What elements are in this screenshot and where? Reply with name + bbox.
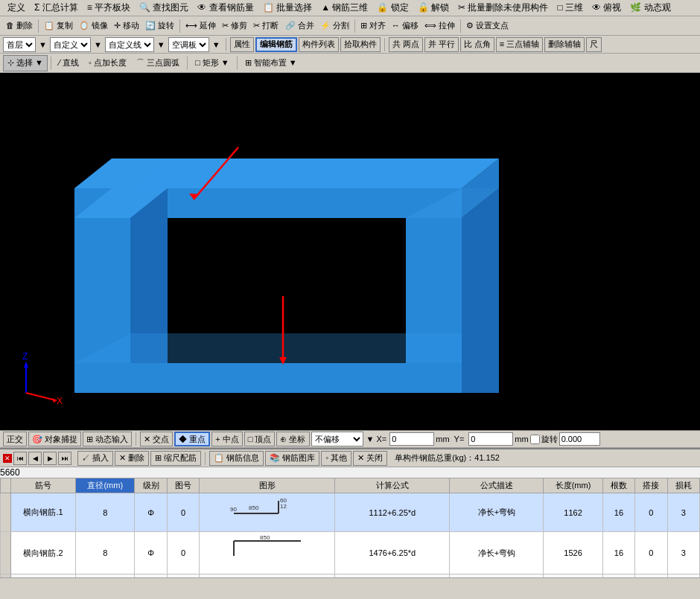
rotate-checkbox[interactable] [530,435,540,444]
tool-copy[interactable]: 📋 复制 [42,19,75,32]
menu-batch-delete[interactable]: ✂ 批量删除未使用构件 [454,0,553,16]
close-btn[interactable]: ✕ 关闭 [353,451,387,466]
point-length-tool[interactable]: ◦ 点加长度 [84,55,131,71]
sep-layer2 [384,38,385,51]
sep3 [354,19,355,33]
col-formula[interactable]: 计算公式 [335,478,450,493]
pickup-member-btn[interactable]: 拾取构件 [340,37,381,52]
delete-row-btn[interactable]: ✕ 删除 [115,451,149,466]
three-arc-tool[interactable]: ⌒ 三点圆弧 [132,55,184,71]
col-count[interactable]: 根数 [602,478,634,493]
menu-calculate[interactable]: Σ 汇总计算 [30,0,83,16]
menu-flat-panel[interactable]: ≡ 平齐板块 [83,0,135,16]
other-btn[interactable]: ◦ 其他 [321,451,351,466]
tool-offset[interactable]: ↔ 偏移 [389,19,421,32]
tool-move[interactable]: ✛ 移动 [112,19,141,32]
x-input[interactable] [389,432,434,446]
nav-prev-btn[interactable]: ◀ [28,452,42,465]
nav-first-btn[interactable]: ⏮ [13,452,27,465]
rotate-input[interactable] [559,432,600,446]
col-bar-id[interactable]: 筋号 [11,478,76,493]
col-overlap[interactable]: 搭接 [635,478,667,493]
tool-delete[interactable]: 🗑 删除 [4,19,35,32]
table-row[interactable]: 横向钢筋.3 8 Φ 0 参见 参见图 弯钩加长 735 16 [1,574,700,578]
tool-mirror[interactable]: 🪞 镜像 [77,19,110,32]
corner-btn[interactable]: 比 点角 [460,37,494,52]
table-row[interactable]: 横向钢筋.1 8 Φ 0 12 60 850 90 [1,493,700,532]
scale-btn[interactable]: ⊞ 缩尺配筋 [150,451,201,466]
tool-merge[interactable]: 🔗 合并 [283,19,316,32]
menu-batch-select[interactable]: 📋 批量选择 [258,0,316,16]
layer-row: 首层 ▼ 自定义 ▼ 自定义线 ▼ 空调板 ▼ 属性 编辑钢筋 构件列表 拾取构… [0,36,700,54]
menu-find[interactable]: 🔍 查找图元 [135,0,193,16]
tool-extend[interactable]: ⟷ 延伸 [183,19,218,32]
cell-overlap: 0 [635,493,667,532]
attr-btn[interactable]: 属性 [230,37,254,52]
menu-view-rebar[interactable]: 👁 查看钢筋量 [193,0,258,16]
nav-last-btn[interactable]: ⏭ [58,452,71,465]
cell-figure: 12 60 850 90 [200,493,335,532]
nav-next-btn[interactable]: ▶ [43,452,57,465]
intersection-btn[interactable]: ✕ 交点 [140,432,173,446]
center-btn[interactable]: + 中点 [211,432,242,446]
rect-tool[interactable]: □ 矩形 ▼ [191,55,234,71]
snap-btn[interactable]: 🎯 对象捕捉 [28,432,81,446]
cell-fig-num: 0 [167,574,199,578]
svg-text:850: 850 [260,534,270,541]
rebar-info-btn[interactable]: 📋 钢筋信息 [209,451,264,466]
dynamic-input-btn[interactable]: ⊞ 动态输入 [83,432,132,446]
custom-line-select[interactable]: 自定义线 [105,37,154,52]
col-figure[interactable]: 图形 [200,478,335,493]
three-point-aux-btn[interactable]: ≡ 三点辅轴 [496,37,543,52]
vertex-btn[interactable]: □ 顶点 [244,432,276,446]
menu-lock[interactable]: 🔒 锁定 [372,0,413,16]
select-tool[interactable]: ⊹ 选择 ▼ [3,55,48,71]
cell-count: 16 [602,574,634,578]
midpoint-btn[interactable]: ◆ 重点 [174,432,210,446]
member-list-btn[interactable]: 构件列表 [299,37,339,52]
col-diameter[interactable]: 直径(mm) [76,478,135,493]
close-x-btn[interactable]: ✕ [3,454,12,463]
menu-top-view[interactable]: 👁 俯视 [588,0,626,16]
tool-break[interactable]: ✂ 打断 [251,19,281,32]
menu-unlock[interactable]: 🔓 解锁 [413,0,454,16]
tool-trim[interactable]: ✂ 修剪 [220,19,249,32]
ruler-btn[interactable]: 尺 [586,37,602,52]
col-fig-num[interactable]: 图号 [167,478,199,493]
rebar-lib-btn[interactable]: 📚 钢筋图库 [265,451,319,466]
cell-loss: 3 [667,574,699,578]
smart-layout-tool[interactable]: ⊞ 智能布置 ▼ [241,55,302,71]
sep-s1 [136,432,136,446]
insert-btn[interactable]: ↙ 插入 [77,451,113,466]
cell-fig-num: 0 [167,493,199,532]
layer-select[interactable]: 首层 [3,37,36,52]
tool-pivot[interactable]: ⚙ 设置支点 [464,19,511,32]
edit-rebar-btn[interactable]: 编辑钢筋 [255,37,297,52]
col-loss[interactable]: 损耗 [667,478,699,493]
cell-overlap: 0 [635,532,667,574]
tool-align[interactable]: ⊞ 对齐 [358,19,388,32]
coord-btn[interactable]: ⊕ 坐标 [276,432,309,446]
parallel-btn[interactable]: 并 平行 [424,37,459,52]
line-tool[interactable]: ∕ 直线 [54,55,83,71]
y-input[interactable] [468,432,513,446]
custom-select[interactable]: 自定义 [50,37,91,52]
col-grade[interactable]: 级别 [135,478,167,493]
delete-aux-btn[interactable]: 删除辅轴 [544,37,585,52]
col-desc[interactable]: 公式描述 [450,478,544,493]
table-row[interactable]: 横向钢筋.2 8 Φ 0 850 1476+6.25*d [1,532,700,574]
col-length[interactable]: 长度(mm) [544,478,602,493]
menu-3d[interactable]: □ 三维 [553,0,588,16]
ortho-btn[interactable]: 正交 [3,432,27,446]
menu-define[interactable]: 定义 [3,0,30,16]
tool-split[interactable]: ⚡ 分割 [318,19,351,32]
offset-select[interactable]: 不偏移 [311,432,363,446]
rebar-shape-3: 参见 [226,576,308,577]
viewport-3d: Z X [0,73,700,430]
tool-rotate[interactable]: 🔄 旋转 [143,19,176,32]
tool-stretch[interactable]: ⟺ 拉伸 [422,19,457,32]
space-select[interactable]: 空调板 [168,37,209,52]
menu-dynamic[interactable]: 🌿 动态观 [626,0,675,16]
two-point-btn[interactable]: 共 两点 [389,37,423,52]
menu-rebar-3d[interactable]: ▲ 钢筋三维 [316,0,372,16]
